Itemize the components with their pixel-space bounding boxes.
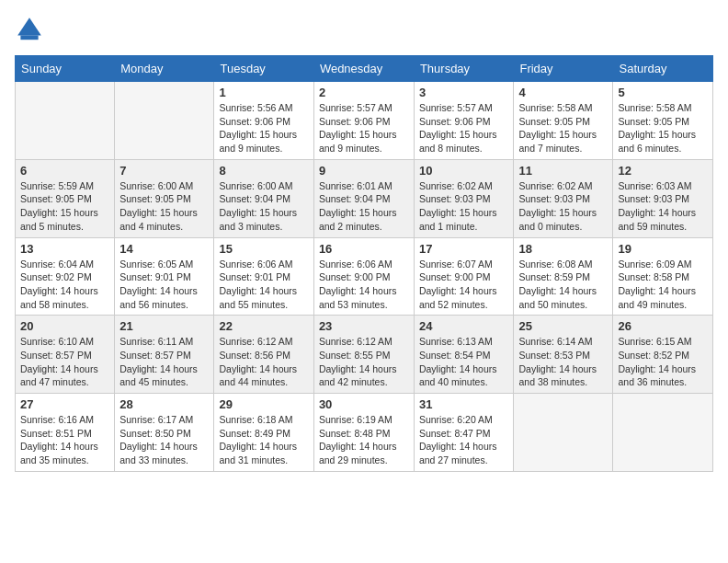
day-info: Sunrise: 6:17 AMSunset: 8:50 PMDaylight:… bbox=[119, 413, 209, 467]
day-number: 23 bbox=[319, 319, 409, 333]
day-info: Sunrise: 6:02 AMSunset: 9:03 PMDaylight:… bbox=[518, 179, 608, 234]
day-info: Sunrise: 6:16 AMSunset: 8:51 PMDaylight:… bbox=[20, 413, 109, 467]
calendar-cell: 6Sunrise: 5:59 AMSunset: 9:05 PMDaylight… bbox=[16, 159, 115, 237]
svg-rect-1 bbox=[20, 35, 38, 40]
calendar-row: 1Sunrise: 5:56 AMSunset: 9:06 PMDaylight… bbox=[16, 82, 713, 160]
calendar-cell: 19Sunrise: 6:09 AMSunset: 8:58 PMDayligh… bbox=[613, 237, 713, 316]
day-info: Sunrise: 6:18 AMSunset: 8:49 PMDaylight:… bbox=[219, 413, 308, 467]
day-info: Sunrise: 5:59 AMSunset: 9:05 PMDaylight:… bbox=[20, 179, 109, 234]
day-number: 30 bbox=[319, 397, 409, 411]
calendar-cell: 4Sunrise: 5:58 AMSunset: 9:05 PMDaylight… bbox=[514, 82, 613, 160]
day-info: Sunrise: 5:58 AMSunset: 9:05 PMDaylight:… bbox=[618, 101, 708, 155]
calendar-cell: 14Sunrise: 6:05 AMSunset: 9:01 PMDayligh… bbox=[115, 237, 214, 316]
day-info: Sunrise: 6:20 AMSunset: 8:47 PMDaylight:… bbox=[419, 413, 509, 467]
header-friday: Friday bbox=[514, 56, 613, 82]
day-info: Sunrise: 6:12 AMSunset: 8:55 PMDaylight:… bbox=[319, 335, 409, 389]
calendar-cell: 10Sunrise: 6:02 AMSunset: 9:03 PMDayligh… bbox=[414, 159, 514, 237]
calendar-cell: 11Sunrise: 6:02 AMSunset: 9:03 PMDayligh… bbox=[514, 159, 613, 237]
calendar-cell bbox=[514, 394, 613, 472]
calendar-cell: 21Sunrise: 6:11 AMSunset: 8:57 PMDayligh… bbox=[115, 316, 214, 394]
day-number: 15 bbox=[219, 242, 308, 256]
calendar-cell: 8Sunrise: 6:00 AMSunset: 9:04 PMDaylight… bbox=[214, 159, 313, 237]
logo bbox=[15, 15, 48, 44]
day-info: Sunrise: 6:06 AMSunset: 9:01 PMDaylight:… bbox=[219, 258, 308, 312]
calendar-cell: 25Sunrise: 6:14 AMSunset: 8:53 PMDayligh… bbox=[514, 316, 613, 394]
calendar-cell: 17Sunrise: 6:07 AMSunset: 9:00 PMDayligh… bbox=[414, 237, 514, 316]
calendar-cell: 28Sunrise: 6:17 AMSunset: 8:50 PMDayligh… bbox=[115, 394, 214, 472]
day-info: Sunrise: 6:02 AMSunset: 9:03 PMDaylight:… bbox=[419, 179, 509, 234]
day-number: 26 bbox=[618, 319, 708, 333]
calendar-header-row: SundayMondayTuesdayWednesdayThursdayFrid… bbox=[16, 56, 713, 82]
day-info: Sunrise: 5:57 AMSunset: 9:06 PMDaylight:… bbox=[319, 101, 409, 155]
calendar-cell bbox=[16, 82, 115, 160]
day-number: 12 bbox=[618, 164, 708, 178]
header-tuesday: Tuesday bbox=[214, 56, 313, 82]
day-number: 18 bbox=[518, 242, 608, 256]
calendar-cell: 23Sunrise: 6:12 AMSunset: 8:55 PMDayligh… bbox=[313, 316, 414, 394]
day-number: 28 bbox=[119, 397, 209, 411]
day-info: Sunrise: 6:00 AMSunset: 9:05 PMDaylight:… bbox=[119, 179, 209, 234]
day-info: Sunrise: 6:08 AMSunset: 8:59 PMDaylight:… bbox=[518, 258, 608, 312]
calendar-cell: 30Sunrise: 6:19 AMSunset: 8:48 PMDayligh… bbox=[313, 394, 414, 472]
calendar-cell: 26Sunrise: 6:15 AMSunset: 8:52 PMDayligh… bbox=[613, 316, 713, 394]
day-info: Sunrise: 6:19 AMSunset: 8:48 PMDaylight:… bbox=[319, 413, 409, 467]
day-number: 17 bbox=[419, 242, 509, 256]
day-info: Sunrise: 6:06 AMSunset: 9:00 PMDaylight:… bbox=[319, 258, 409, 312]
day-number: 24 bbox=[419, 319, 509, 333]
day-info: Sunrise: 6:11 AMSunset: 8:57 PMDaylight:… bbox=[119, 335, 209, 389]
day-number: 1 bbox=[219, 86, 308, 99]
day-number: 3 bbox=[419, 86, 509, 99]
day-info: Sunrise: 6:13 AMSunset: 8:54 PMDaylight:… bbox=[419, 335, 509, 389]
calendar-cell: 2Sunrise: 5:57 AMSunset: 9:06 PMDaylight… bbox=[313, 82, 414, 160]
calendar-row: 27Sunrise: 6:16 AMSunset: 8:51 PMDayligh… bbox=[16, 394, 713, 472]
calendar-row: 6Sunrise: 5:59 AMSunset: 9:05 PMDaylight… bbox=[16, 159, 713, 237]
calendar-row: 20Sunrise: 6:10 AMSunset: 8:57 PMDayligh… bbox=[16, 316, 713, 394]
day-info: Sunrise: 6:01 AMSunset: 9:04 PMDaylight:… bbox=[319, 179, 409, 234]
calendar-cell: 3Sunrise: 5:57 AMSunset: 9:06 PMDaylight… bbox=[414, 82, 514, 160]
calendar-table: SundayMondayTuesdayWednesdayThursdayFrid… bbox=[15, 55, 713, 472]
day-info: Sunrise: 5:58 AMSunset: 9:05 PMDaylight:… bbox=[518, 101, 608, 155]
calendar-cell bbox=[115, 82, 214, 160]
day-info: Sunrise: 5:57 AMSunset: 9:06 PMDaylight:… bbox=[419, 101, 509, 155]
calendar-cell: 31Sunrise: 6:20 AMSunset: 8:47 PMDayligh… bbox=[414, 394, 514, 472]
day-number: 4 bbox=[518, 86, 608, 99]
calendar-cell: 24Sunrise: 6:13 AMSunset: 8:54 PMDayligh… bbox=[414, 316, 514, 394]
calendar-cell: 12Sunrise: 6:03 AMSunset: 9:03 PMDayligh… bbox=[613, 159, 713, 237]
day-number: 22 bbox=[219, 319, 308, 333]
day-number: 14 bbox=[119, 242, 209, 256]
calendar-cell: 13Sunrise: 6:04 AMSunset: 9:02 PMDayligh… bbox=[16, 237, 115, 316]
day-info: Sunrise: 6:15 AMSunset: 8:52 PMDaylight:… bbox=[618, 335, 708, 389]
day-number: 6 bbox=[20, 164, 109, 178]
day-number: 11 bbox=[518, 164, 608, 178]
day-number: 29 bbox=[219, 397, 308, 411]
day-number: 8 bbox=[219, 164, 308, 178]
calendar-cell: 15Sunrise: 6:06 AMSunset: 9:01 PMDayligh… bbox=[214, 237, 313, 316]
day-info: Sunrise: 6:05 AMSunset: 9:01 PMDaylight:… bbox=[119, 258, 209, 312]
day-number: 27 bbox=[20, 397, 109, 411]
day-number: 9 bbox=[319, 164, 409, 178]
day-number: 16 bbox=[319, 242, 409, 256]
header-sunday: Sunday bbox=[16, 56, 115, 82]
header-saturday: Saturday bbox=[613, 56, 713, 82]
calendar-cell: 9Sunrise: 6:01 AMSunset: 9:04 PMDaylight… bbox=[313, 159, 414, 237]
calendar-cell: 20Sunrise: 6:10 AMSunset: 8:57 PMDayligh… bbox=[16, 316, 115, 394]
day-number: 5 bbox=[618, 86, 708, 99]
logo-icon bbox=[15, 15, 44, 44]
calendar-cell: 22Sunrise: 6:12 AMSunset: 8:56 PMDayligh… bbox=[214, 316, 313, 394]
calendar-cell: 18Sunrise: 6:08 AMSunset: 8:59 PMDayligh… bbox=[514, 237, 613, 316]
header-monday: Monday bbox=[115, 56, 214, 82]
svg-marker-0 bbox=[17, 17, 41, 35]
day-number: 10 bbox=[419, 164, 509, 178]
calendar-cell: 1Sunrise: 5:56 AMSunset: 9:06 PMDaylight… bbox=[214, 82, 313, 160]
day-info: Sunrise: 6:04 AMSunset: 9:02 PMDaylight:… bbox=[20, 258, 109, 312]
day-number: 20 bbox=[20, 319, 109, 333]
day-number: 19 bbox=[618, 242, 708, 256]
day-number: 31 bbox=[419, 397, 509, 411]
calendar-row: 13Sunrise: 6:04 AMSunset: 9:02 PMDayligh… bbox=[16, 237, 713, 316]
day-info: Sunrise: 6:10 AMSunset: 8:57 PMDaylight:… bbox=[20, 335, 109, 389]
day-info: Sunrise: 6:00 AMSunset: 9:04 PMDaylight:… bbox=[219, 179, 308, 234]
page-header bbox=[15, 15, 713, 44]
day-number: 7 bbox=[119, 164, 209, 178]
day-number: 21 bbox=[119, 319, 209, 333]
day-info: Sunrise: 6:09 AMSunset: 8:58 PMDaylight:… bbox=[618, 258, 708, 312]
